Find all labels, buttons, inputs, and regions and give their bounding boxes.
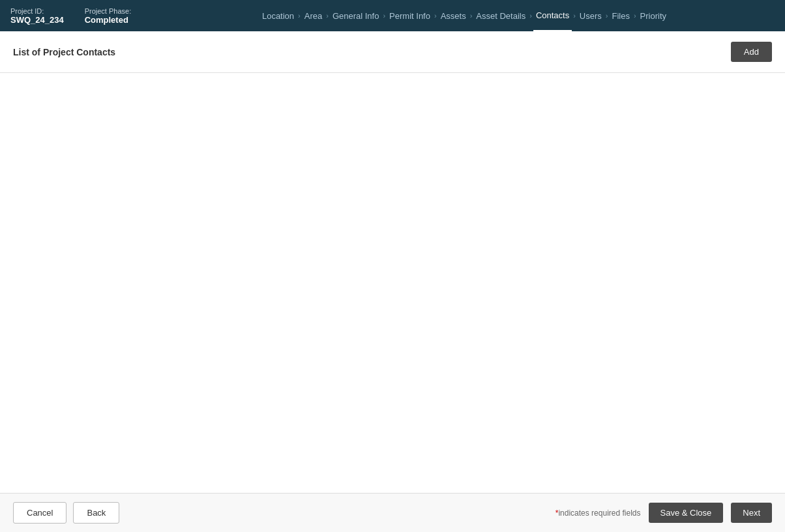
required-note: *indicates required fields	[555, 509, 641, 518]
nav-item-label: Contacts	[536, 10, 569, 20]
nav-item-contacts[interactable]: Contacts	[533, 0, 572, 31]
add-button[interactable]: Add	[731, 42, 772, 62]
chevron-right-icon: ›	[529, 12, 532, 20]
project-id-block: Project ID: SWQ_24_234	[10, 7, 64, 25]
project-id-value: SWQ_24_234	[10, 15, 64, 25]
cancel-button[interactable]: Cancel	[13, 502, 67, 524]
chevron-right-icon: ›	[298, 12, 301, 20]
nav-item-location[interactable]: Location	[259, 0, 297, 31]
nav-item-label: General Info	[333, 11, 379, 21]
nav-item-label: Asset Details	[476, 11, 526, 21]
chevron-right-icon: ›	[434, 12, 437, 20]
back-button[interactable]: Back	[73, 502, 119, 524]
nav-item-assets[interactable]: Assets	[438, 0, 469, 31]
nav-item-label: Files	[612, 11, 629, 21]
save-close-button[interactable]: Save & Close	[649, 503, 724, 523]
main-content: List of Project Contacts Add	[0, 31, 785, 493]
project-id-label: Project ID:	[10, 7, 64, 15]
app-container: Project ID: SWQ_24_234 Project Phase: Co…	[0, 0, 785, 532]
nav-item-files[interactable]: Files	[609, 0, 632, 31]
footer-left-actions: Cancel Back	[13, 502, 119, 524]
project-phase-value: Completed	[85, 15, 132, 25]
nav-item-label: Location	[262, 11, 294, 21]
chevron-right-icon: ›	[326, 12, 329, 20]
nav-item-permit-info[interactable]: Permit Info	[387, 0, 433, 31]
chevron-right-icon: ›	[383, 12, 385, 20]
project-info: Project ID: SWQ_24_234 Project Phase: Co…	[10, 7, 154, 25]
header: Project ID: SWQ_24_234 Project Phase: Co…	[0, 0, 785, 31]
footer-right-actions: *indicates required fields Save & Close …	[555, 503, 772, 523]
chevron-right-icon: ›	[634, 12, 636, 20]
nav-item-priority[interactable]: Priority	[638, 0, 669, 31]
section-title: List of Project Contacts	[13, 47, 115, 57]
nav-item-label: Users	[580, 11, 602, 21]
next-button[interactable]: Next	[731, 503, 772, 523]
nav-item-label: Permit Info	[389, 11, 430, 21]
project-phase-label: Project Phase:	[85, 7, 132, 15]
project-phase-block: Project Phase: Completed	[85, 7, 132, 25]
chevron-right-icon: ›	[606, 12, 608, 20]
nav-item-users[interactable]: Users	[577, 0, 604, 31]
content-header: List of Project Contacts Add	[0, 31, 785, 73]
nav-item-label: Assets	[441, 11, 466, 21]
nav-item-label: Area	[304, 11, 322, 21]
nav-item-area[interactable]: Area	[302, 0, 325, 31]
chevron-right-icon: ›	[573, 12, 576, 20]
nav-item-general-info[interactable]: General Info	[330, 0, 382, 31]
chevron-right-icon: ›	[470, 12, 473, 20]
footer: Cancel Back *indicates required fields S…	[0, 493, 785, 532]
breadcrumb-nav: Location›Area›General Info›Permit Info›A…	[154, 0, 775, 31]
nav-item-label: Priority	[640, 11, 666, 21]
nav-item-asset-details[interactable]: Asset Details	[473, 0, 528, 31]
contacts-list-body	[0, 73, 785, 493]
